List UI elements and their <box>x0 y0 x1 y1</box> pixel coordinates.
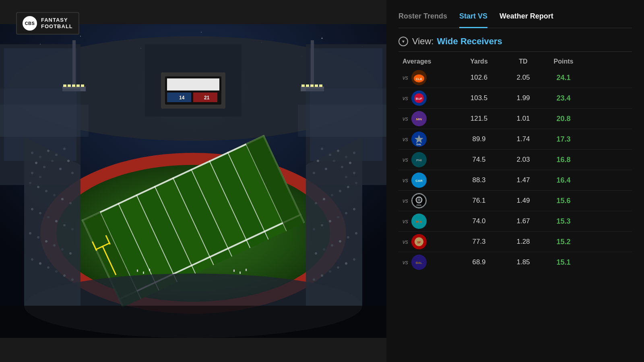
chevron-down-icon: ▾ <box>402 39 405 44</box>
cbs-fantasy-logo: CBS FANTASY FOOTBALL <box>16 12 79 35</box>
svg-point-130 <box>355 232 357 234</box>
svg-point-121 <box>331 194 333 196</box>
vs-text: vs <box>402 74 408 81</box>
table-row: vs BUF 103.5 1.99 23.4 <box>398 88 632 109</box>
points-value: 24.1 <box>543 74 584 82</box>
td-value: 1.28 <box>503 238 543 246</box>
svg-rect-148 <box>149 269 150 271</box>
vs-text: vs <box>402 197 408 204</box>
svg-point-105 <box>353 152 355 154</box>
svg-text:BUF: BUF <box>416 97 423 101</box>
view-label: View: <box>412 36 433 47</box>
svg-text:14: 14 <box>179 95 185 101</box>
svg-point-126 <box>337 216 339 218</box>
points-value: 23.4 <box>543 94 584 103</box>
svg-point-109 <box>349 162 351 164</box>
svg-point-80 <box>71 172 74 174</box>
svg-point-111 <box>333 160 335 162</box>
yards-value: 102.6 <box>455 74 503 82</box>
vs-cell: vs BAL <box>402 255 455 270</box>
svg-point-69 <box>39 156 41 158</box>
svg-point-133 <box>331 244 333 247</box>
yards-value: 121.5 <box>455 115 503 123</box>
svg-point-95 <box>45 240 47 243</box>
td-value: 1.74 <box>503 135 543 143</box>
tab-weather-report[interactable]: Weather Report <box>500 12 553 24</box>
svg-point-102 <box>55 270 58 273</box>
vs-cell: vs MIA <box>402 214 455 229</box>
svg-rect-33 <box>301 84 305 87</box>
svg-point-90 <box>55 220 58 222</box>
points-value: 16.4 <box>543 176 584 185</box>
svg-point-70 <box>47 150 50 152</box>
svg-rect-145 <box>298 105 386 137</box>
td-value: 1.99 <box>503 94 543 102</box>
svg-text:MIN: MIN <box>416 117 422 121</box>
points-value: 17.3 <box>543 135 584 144</box>
table-header: Averages Yards TD Points <box>398 58 632 65</box>
svg-rect-30 <box>81 84 84 87</box>
yards-value: 77.3 <box>455 238 503 246</box>
vs-text: vs <box>402 156 408 163</box>
svg-point-97 <box>61 248 64 251</box>
vs-cell: vs MIN <box>402 111 455 126</box>
table-row: vs MIA 74.0 1.67 15.3 <box>398 211 632 232</box>
view-dropdown-button[interactable]: ▾ <box>398 37 408 46</box>
svg-point-83 <box>45 190 47 192</box>
svg-point-101 <box>47 266 50 269</box>
tab-navigation: Roster Trends Start VS Weather Report <box>398 12 632 28</box>
vs-cell: vs SF <box>402 234 455 249</box>
tab-roster-trends[interactable]: Roster Trends <box>398 12 447 24</box>
team-logo-dolphins: MIA <box>411 214 427 229</box>
football-label: FOOTBALL <box>41 23 73 30</box>
vs-text: vs <box>402 218 408 224</box>
svg-rect-27 <box>68 84 71 87</box>
td-value: 2.05 <box>503 74 543 82</box>
svg-rect-147 <box>143 272 144 274</box>
svg-point-4 <box>201 32 202 33</box>
svg-point-86 <box>69 202 72 204</box>
svg-text:CAR: CAR <box>415 179 423 183</box>
svg-point-115 <box>321 148 323 150</box>
yards-value: 76.1 <box>455 197 503 205</box>
svg-point-117 <box>313 172 315 174</box>
tab-start-vs[interactable]: Start VS <box>459 12 487 24</box>
svg-text:OAK: OAK <box>417 204 422 206</box>
svg-rect-151 <box>246 269 247 271</box>
header-averages: Averages <box>402 58 455 65</box>
svg-text:MIA: MIA <box>416 220 422 224</box>
table-row: vs CLE 102.6 2.05 24.1 <box>398 68 632 88</box>
svg-text:CLE: CLE <box>416 77 423 81</box>
team-logo-ravens: BAL <box>411 255 427 270</box>
team-logo-vikings: MIN <box>411 111 427 126</box>
table-row: vs SF 77.3 1.28 15.2 <box>398 232 632 252</box>
svg-point-100 <box>39 262 41 265</box>
stadium-background: 14 21 <box>0 0 386 362</box>
svg-point-96 <box>53 244 56 247</box>
vs-text: vs <box>402 95 408 101</box>
svg-point-138 <box>337 266 339 269</box>
svg-point-76 <box>31 172 33 174</box>
stats-table: Averages Yards TD Points vs CLE <box>398 58 632 354</box>
svg-text:21: 21 <box>204 95 210 101</box>
svg-text:PHI: PHI <box>416 158 421 162</box>
team-logo-raiders: OAK <box>411 193 427 208</box>
yards-value: 74.5 <box>455 156 503 164</box>
svg-point-77 <box>39 176 41 178</box>
svg-point-137 <box>345 262 347 265</box>
team-logo-cowboys: DAL <box>411 132 427 147</box>
svg-rect-31 <box>311 40 314 88</box>
svg-rect-149 <box>233 269 235 272</box>
vs-cell: vs PHI <box>402 152 455 167</box>
svg-point-132 <box>339 240 341 243</box>
svg-point-73 <box>43 166 45 168</box>
svg-rect-26 <box>63 84 66 87</box>
team-logo-panthers: CAR <box>411 173 427 188</box>
view-selector: ▾ View: Wide Receivers <box>398 36 632 52</box>
table-row: vs PHI 74.5 2.03 16.8 <box>398 150 632 170</box>
svg-point-129 <box>313 228 315 230</box>
svg-point-79 <box>67 160 70 162</box>
header-points: Points <box>543 58 584 65</box>
svg-rect-35 <box>310 84 314 87</box>
vs-cell: vs CAR <box>402 173 455 188</box>
